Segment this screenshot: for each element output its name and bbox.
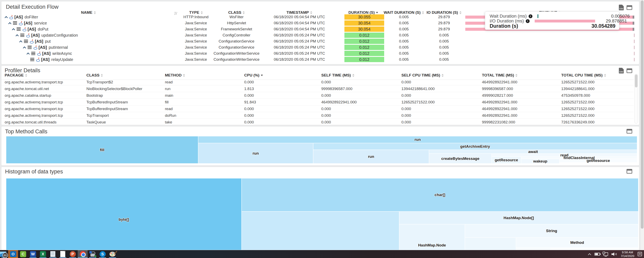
taskbar-excel-icon[interactable]: X — [38, 250, 48, 258]
collapse-chevron-icon[interactable] — [5, 15, 8, 18]
exec-flow-row[interactable]: [AS]relayUpdateJava:ServiceConfiguration… — [2, 56, 639, 63]
sort-icon[interactable] — [200, 11, 203, 14]
column-header-self-cpu-time-(ms)[interactable]: SELF CPU TIME (MS) — [402, 73, 444, 78]
sort-icon[interactable] — [94, 11, 96, 14]
exec-flow-row[interactable]: [AS]putJava:ServiceConfigurationService0… — [2, 38, 639, 44]
row-menu-icon[interactable] — [13, 21, 17, 25]
cell-type: HTTP:Inbound — [183, 14, 208, 20]
table-scrollbar[interactable] — [634, 74, 638, 124]
row-menu-icon[interactable] — [17, 27, 21, 31]
profiler-row[interactable]: org.apache.activemq.transport.tcpTcpBuff… — [2, 99, 634, 106]
tree-node[interactable]: [AS]service — [8, 20, 47, 26]
exec-flow-row[interactable]: [AS]updateConfigurationJava:ServiceConfi… — [2, 32, 639, 38]
profiler-row[interactable]: org.apache.activemq.transport.tcpTcpTran… — [2, 79, 634, 85]
sort-icon[interactable] — [261, 75, 263, 76]
open-window-icon[interactable] — [626, 129, 632, 133]
collapse-chevron-icon[interactable] — [26, 52, 30, 55]
treemap-node[interactable] — [551, 248, 638, 250]
sort-icon[interactable] — [460, 11, 462, 14]
column-header-cpu-(%)[interactable]: CPU (%) — [244, 73, 263, 78]
row-menu-icon[interactable] — [30, 58, 34, 61]
sort-icon[interactable] — [516, 74, 518, 77]
collapse-chevron-icon[interactable] — [8, 22, 11, 24]
sort-icon[interactable] — [422, 11, 424, 14]
profiler-row[interactable]: org.apache.tomcat.util.netNioBlockingSel… — [2, 85, 634, 92]
treemap-node[interactable] — [465, 238, 516, 250]
tray-show-hidden-icons[interactable] — [588, 253, 591, 255]
info-icon[interactable]: i — [526, 19, 530, 23]
profiler-row[interactable]: org.apache.tomcat.util.threadsTaskQueuet… — [2, 119, 634, 126]
open-window-icon[interactable] — [626, 169, 632, 174]
sort-icon[interactable] — [442, 74, 444, 77]
tray-clock[interactable]: 9:58 AM 7/14/2020 — [621, 251, 634, 258]
collapse-chevron-icon[interactable] — [19, 40, 22, 43]
sort-icon[interactable] — [183, 74, 185, 77]
profiler-row[interactable]: org.apache.activemq.transport.tcpTcpBuff… — [2, 106, 634, 112]
page-scrollbar-thumb[interactable] — [641, 0, 644, 229]
taskbar-powerpoint-icon[interactable]: P — [68, 250, 78, 258]
timeline-tick[interactable] — [634, 40, 635, 43]
taskbar-skype-icon[interactable]: S — [98, 250, 108, 258]
sort-icon[interactable] — [310, 11, 312, 14]
export-csv-icon[interactable] — [619, 68, 624, 73]
treemap-node-byte[interactable] — [6, 178, 242, 250]
tree-node[interactable]: [AS]updateConfiguration — [16, 32, 78, 38]
open-window-icon[interactable] — [626, 68, 632, 73]
sort-icon[interactable] — [243, 11, 245, 14]
column-header-method[interactable]: METHOD — [165, 73, 185, 78]
taskbar-document-icon[interactable] — [58, 250, 68, 258]
column-header-total-cpu-time-(ms)[interactable]: TOTAL CPU TIME (MS) — [561, 73, 606, 78]
info-icon[interactable]: i — [528, 14, 532, 18]
taskbar-outlook-icon[interactable]: O — [8, 250, 18, 258]
row-menu-icon[interactable] — [28, 46, 32, 49]
collapse-chevron-icon[interactable] — [12, 28, 15, 30]
open-window-icon[interactable] — [626, 5, 632, 10]
timeline-tick[interactable] — [634, 52, 635, 55]
taskbar-secure-lock-icon[interactable] — [88, 250, 98, 258]
export-csv-icon[interactable] — [619, 5, 624, 10]
exec-flow-row[interactable]: [AS]writeAsyncJava:ServiceConfigurationW… — [2, 50, 639, 56]
profiler-row[interactable]: org.apache.catalina.startupBootstrapmain… — [2, 92, 634, 99]
sort-icon[interactable] — [376, 12, 378, 13]
column-header-class[interactable]: CLASS — [86, 73, 103, 78]
tree-node[interactable]: [AS]relayUpdate — [30, 56, 73, 63]
node-name: relayUpdate — [51, 57, 73, 62]
profiler-row[interactable]: org.apache.activemq.transport.tcpTcpTran… — [2, 112, 634, 119]
treemap-node[interactable] — [242, 211, 399, 250]
taskbar-notepad-icon[interactable] — [48, 250, 58, 258]
network-icon[interactable] — [604, 252, 608, 256]
column-header-package[interactable]: PACKAGE — [5, 73, 27, 78]
timeline-tick[interactable] — [634, 46, 635, 49]
taskbar-paint-icon[interactable] — [108, 250, 118, 258]
tree-node[interactable]: [AS]writeAsync — [26, 50, 72, 56]
sort-icon[interactable] — [101, 74, 103, 77]
row-menu-icon[interactable] — [24, 40, 28, 43]
tree-node[interactable]: [AS]put — [19, 38, 51, 44]
volume-icon[interactable] — [612, 252, 617, 256]
sort-icon[interactable] — [25, 74, 27, 77]
taskbar-word-icon[interactable]: W — [28, 250, 38, 258]
collapse-chevron-icon[interactable] — [23, 46, 26, 49]
row-menu-icon[interactable] — [20, 34, 24, 37]
tree-node[interactable]: [AS]doFilter — [5, 14, 38, 20]
taskbar-camtasia-icon[interactable]: C — [18, 250, 28, 258]
exec-flow-row[interactable]: [AS]putInternalJava:ServiceConfiguration… — [2, 44, 639, 50]
column-header-total-time-(ms)[interactable]: TOTAL TIME (MS) — [482, 73, 518, 78]
timeline-tick[interactable] — [634, 34, 635, 37]
scrollbar-thumb[interactable] — [635, 74, 638, 87]
sort-icon[interactable] — [604, 74, 606, 77]
taskbar-chrome-icon[interactable] — [78, 250, 88, 258]
page-scrollbar[interactable] — [640, 0, 644, 250]
chrome-icon — [80, 251, 86, 257]
tree-node[interactable]: [AS]doPut — [12, 26, 48, 32]
treemap-node[interactable] — [516, 248, 551, 250]
action-center-icon[interactable] — [638, 252, 642, 256]
timeline-tick[interactable] — [634, 58, 635, 61]
sort-icon[interactable] — [352, 74, 354, 77]
battery-icon[interactable] — [594, 253, 600, 256]
column-header-self-time-(ms)[interactable]: SELF TIME (MS) — [321, 73, 354, 78]
taskbar-mail-icon[interactable]: 60 — [0, 250, 8, 258]
collapse-chevron-icon[interactable] — [16, 34, 18, 37]
row-menu-icon[interactable] — [31, 52, 35, 55]
tree-node[interactable]: [AS]putInternal — [23, 44, 68, 50]
